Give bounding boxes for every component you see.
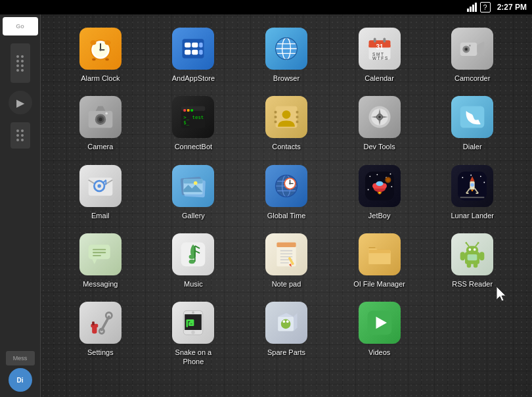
- camcorder-label: Camcorder: [454, 74, 490, 83]
- svg-point-9: [90, 40, 96, 45]
- sidebar-badge: Mess: [6, 351, 35, 365]
- app-item-alarm-clock[interactable]: Alarm Clock: [54, 21, 147, 89]
- app-item-spareparts[interactable]: Spare Parts: [240, 295, 333, 373]
- svg-rect-30: [373, 38, 376, 43]
- notepad-icon: [265, 233, 307, 275]
- app-item-devtools[interactable]: Dev Tools: [333, 89, 426, 158]
- svg-marker-35: [477, 41, 485, 56]
- svg-rect-13: [183, 39, 204, 58]
- andappstore-icon: [172, 28, 214, 70]
- svg-point-44: [105, 112, 108, 115]
- devtools-label: Dev Tools: [364, 142, 395, 151]
- lunarlander-icon: [451, 165, 493, 207]
- lunarlander-label: Lunar Lander: [451, 211, 493, 220]
- svg-rect-31: [383, 38, 386, 43]
- svg-rect-123: [277, 243, 296, 247]
- svg-point-117: [189, 260, 195, 264]
- contacts-icon: [265, 96, 307, 138]
- app-item-music[interactable]: Music: [147, 227, 240, 295]
- svg-rect-56: [275, 121, 277, 124]
- svg-rect-1: [470, 7, 472, 12]
- svg-rect-11: [92, 58, 96, 61]
- status-icons: ?: [466, 2, 491, 12]
- svg-rect-134: [466, 246, 478, 254]
- svg-point-92: [367, 189, 368, 190]
- app-item-settings[interactable]: Settings: [54, 295, 147, 373]
- svg-rect-141: [460, 252, 465, 260]
- svg-point-39: [469, 45, 471, 47]
- sidebar-shortcuts: Mess Di: [6, 351, 35, 397]
- sidebar-di-label: Di: [17, 377, 24, 384]
- app-item-rssreader[interactable]: RSS Reader: [426, 227, 519, 295]
- app-item-camcorder[interactable]: Camcorder: [426, 21, 519, 89]
- browser-label: Browser: [273, 74, 299, 83]
- app-item-oifilemanager[interactable]: OI File Manager: [333, 227, 426, 295]
- app-item-connectbot[interactable]: >_ test $_ ConnectBot: [147, 89, 240, 158]
- app-item-gallery[interactable]: Gallery: [147, 158, 240, 227]
- battery-icon: ?: [480, 2, 491, 12]
- svg-marker-111: [92, 259, 97, 264]
- svg-point-102: [484, 181, 485, 183]
- globaltime-label: Global Time: [267, 211, 306, 220]
- app-item-videos[interactable]: Videos: [333, 295, 426, 373]
- app-item-browser[interactable]: Browser: [240, 21, 333, 89]
- devtools-icon: [359, 96, 401, 138]
- snakeonaphone-icon: [172, 302, 214, 344]
- svg-point-68: [97, 184, 101, 188]
- camcorder-icon: [451, 28, 493, 70]
- settings-label: Settings: [87, 348, 114, 357]
- svg-rect-12: [105, 58, 109, 61]
- app-item-globaltime[interactable]: Global Time: [240, 158, 333, 227]
- sidebar-di-icon[interactable]: Di: [9, 368, 32, 392]
- app-item-calendar[interactable]: 31 S M T W T F S Calendar: [333, 21, 426, 89]
- sidebar-play-button[interactable]: ▶: [9, 91, 32, 114]
- app-item-contacts[interactable]: Contacts: [240, 89, 333, 158]
- app-item-notepad[interactable]: Note pad: [240, 227, 333, 295]
- svg-point-95: [376, 181, 383, 185]
- svg-point-75: [194, 181, 198, 185]
- svg-point-86: [289, 183, 291, 185]
- svg-point-88: [369, 175, 370, 177]
- settings-icon: [79, 302, 122, 344]
- svg-marker-159: [294, 314, 298, 332]
- svg-rect-55: [275, 116, 277, 118]
- notepad-label: Note pad: [272, 279, 301, 289]
- svg-rect-15: [192, 43, 198, 47]
- app-item-email[interactable]: Email: [54, 158, 147, 227]
- svg-point-53: [282, 110, 291, 119]
- sidebar-search-label: Go: [16, 23, 24, 30]
- videos-label: Videos: [368, 348, 390, 357]
- app-item-andappstore[interactable]: AndAppStore: [147, 21, 240, 89]
- svg-rect-145: [468, 254, 477, 260]
- svg-point-38: [466, 49, 468, 51]
- spareparts-label: Spare Parts: [267, 348, 305, 357]
- svg-rect-0: [467, 9, 469, 12]
- contacts-label: Contacts: [272, 142, 300, 151]
- email-label: Email: [91, 211, 110, 220]
- gallery-label: Gallery: [182, 211, 205, 220]
- videos-icon: [359, 302, 401, 344]
- oifilemanager-label: OI File Manager: [353, 279, 405, 289]
- connectbot-icon: >_ test $_: [172, 96, 214, 138]
- sidebar-search[interactable]: Go: [3, 17, 38, 35]
- snakeonaphone-label: Snake on a Phone: [167, 348, 219, 367]
- svg-rect-57: [296, 111, 299, 114]
- svg-point-101: [480, 175, 481, 177]
- svg-rect-3: [475, 3, 477, 12]
- app-item-lunarlander[interactable]: Lunar Lander: [426, 158, 519, 227]
- app-item-camera[interactable]: Camera: [54, 89, 147, 158]
- svg-rect-17: [192, 50, 198, 55]
- dialer-label: Dialer: [463, 142, 482, 151]
- app-item-snakeonaphone[interactable]: Snake on a Phone: [147, 295, 240, 373]
- app-item-jetboy[interactable]: JetBoy: [333, 158, 426, 227]
- svg-point-8: [99, 49, 102, 51]
- svg-rect-51: [191, 109, 194, 112]
- calendar-label: Calendar: [365, 74, 394, 83]
- app-item-dialer[interactable]: Dialer: [426, 89, 519, 158]
- svg-rect-74: [184, 179, 203, 183]
- svg-rect-142: [479, 252, 484, 260]
- svg-rect-58: [296, 116, 299, 118]
- svg-point-136: [474, 248, 476, 251]
- app-item-messaging[interactable]: Messaging: [54, 227, 147, 295]
- svg-rect-49: [184, 109, 187, 112]
